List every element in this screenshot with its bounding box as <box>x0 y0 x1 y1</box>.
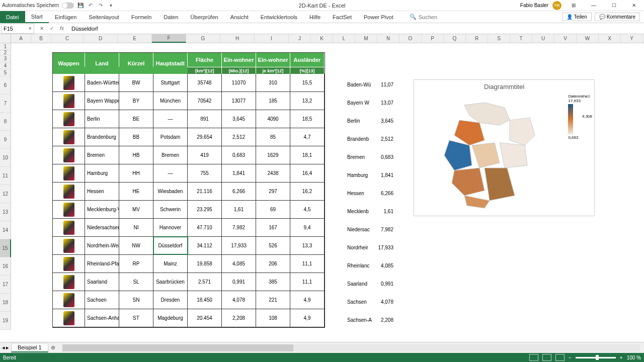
cell-land[interactable]: Sachsen-Anhalt <box>85 309 119 327</box>
cell-flaeche[interactable]: 23.295 <box>188 201 222 218</box>
cell-einwohner-km[interactable]: 4090 <box>256 110 290 128</box>
col-header-L[interactable]: L <box>333 34 355 43</box>
cell-land[interactable]: Mecklenburg-Vo <box>85 201 119 218</box>
autosave-toggle[interactable] <box>62 3 74 9</box>
zoom-slider[interactable] <box>576 357 616 358</box>
cell-land[interactable]: Bayern Wappen <box>85 92 119 110</box>
tab-developer[interactable]: Entwicklertools <box>255 11 303 23</box>
cell-land[interactable]: Hessen <box>85 183 119 200</box>
cell-kuerzel[interactable]: NW <box>119 237 153 254</box>
cell-einwohner-km[interactable]: 2438 <box>256 164 290 182</box>
row-header[interactable]: 3 <box>0 55 11 62</box>
cell-wappen[interactable] <box>53 219 85 236</box>
view-normal-icon[interactable] <box>529 354 538 361</box>
tab-formulas[interactable]: Formeln <box>125 11 157 23</box>
view-pagebreak-icon[interactable] <box>555 354 565 361</box>
cell-wappen[interactable] <box>53 309 85 327</box>
cell-einwohner-km[interactable]: 1629 <box>256 146 290 164</box>
tab-pagelayout[interactable]: Seitenlayout <box>83 11 125 23</box>
cell-wappen[interactable] <box>53 146 85 164</box>
cell-auslaender[interactable]: 11,1 <box>290 273 325 291</box>
cell-flaeche[interactable]: 18.450 <box>188 291 222 309</box>
sheet-nav-last-icon[interactable]: ▸ <box>6 344 9 351</box>
cell-wappen[interactable] <box>53 201 85 218</box>
col-header-X[interactable]: X <box>599 34 621 43</box>
cell-land[interactable]: Rheinland-Pfalz <box>85 255 119 273</box>
row-header[interactable]: 11 <box>0 167 11 185</box>
col-header-W[interactable]: W <box>577 34 599 43</box>
cell-flaeche[interactable]: 20.454 <box>188 309 222 327</box>
cell-auslaender[interactable]: 15,5 <box>290 74 325 92</box>
side-row[interactable]: Hessen6,266 <box>347 184 393 202</box>
view-pagelayout-icon[interactable] <box>542 354 551 361</box>
cell-wappen[interactable] <box>53 128 85 146</box>
cell-flaeche[interactable]: 35748 <box>188 74 222 92</box>
row-header[interactable]: 2 <box>0 50 11 55</box>
side-row[interactable]: Niedersac7,982 <box>347 220 393 238</box>
cell-wappen[interactable] <box>53 237 85 254</box>
cell-land[interactable]: Baden-Württem <box>85 74 119 92</box>
cell-einwohner-km[interactable]: 85 <box>256 128 290 146</box>
col-header-T[interactable]: T <box>510 34 532 43</box>
cell-kuerzel[interactable]: MV <box>119 201 153 218</box>
col-header-U[interactable]: U <box>532 34 554 43</box>
cell-einwohner-km[interactable]: 69 <box>256 201 290 218</box>
col-header-F[interactable]: F <box>152 34 186 43</box>
tab-view[interactable]: Ansicht <box>224 11 255 23</box>
cell-land[interactable]: Niedersachsen <box>85 219 119 236</box>
undo-icon[interactable]: ↶ <box>87 2 94 9</box>
row-header[interactable]: 9 <box>0 131 11 149</box>
cell-hauptstadt[interactable]: Stuttgart <box>153 74 188 92</box>
comments-button[interactable]: 💬Kommentare <box>595 13 640 21</box>
row-header[interactable]: 5 <box>0 69 11 76</box>
minimize-button[interactable]: — <box>586 1 602 11</box>
cell-hauptstadt[interactable]: Mainz <box>153 255 188 273</box>
cell-auslaender[interactable]: 13,2 <box>290 92 325 110</box>
col-header-O[interactable]: O <box>399 34 422 43</box>
user-name[interactable]: Fabio Basler <box>520 3 548 8</box>
side-row[interactable]: Bayern W13,07 <box>347 94 393 112</box>
cell-hauptstadt[interactable]: Saarbrücken <box>153 273 188 291</box>
row-header[interactable]: 14 <box>0 221 11 239</box>
cell-einwohner[interactable]: 7,982 <box>222 219 256 236</box>
cell-einwohner[interactable]: 1,841 <box>222 164 256 182</box>
side-row[interactable]: Sachsen-A2,208 <box>347 311 393 329</box>
search-box[interactable]: 🔍 Suchen <box>410 14 437 20</box>
cell-hauptstadt[interactable]: Schwerin <box>153 201 188 218</box>
select-all-corner[interactable] <box>0 34 11 43</box>
confirm-formula-icon[interactable]: ✓ <box>47 24 56 33</box>
cell-einwohner[interactable]: 4,078 <box>222 291 256 309</box>
cell-auslaender[interactable]: 9,4 <box>290 219 325 236</box>
cell-flaeche[interactable]: 891 <box>188 110 222 128</box>
cell-kuerzel[interactable]: NI <box>119 219 153 236</box>
cell-land[interactable]: Nordrhein-West <box>85 237 119 254</box>
row-header[interactable]: 17 <box>0 276 11 294</box>
cell-wappen[interactable] <box>53 110 85 128</box>
row-header[interactable]: 18 <box>0 294 11 312</box>
cell-wappen[interactable] <box>53 291 85 309</box>
cell-einwohner[interactable]: 4,085 <box>222 255 256 273</box>
zoom-out-icon[interactable]: − <box>569 355 572 360</box>
cell-einwohner-km[interactable]: 526 <box>256 237 290 254</box>
cell-flaeche[interactable]: 21.116 <box>188 183 222 200</box>
cell-einwohner[interactable]: 11070 <box>222 74 256 92</box>
side-row[interactable]: Hamburg1,841 <box>347 166 393 184</box>
cell-flaeche[interactable]: 755 <box>188 164 222 182</box>
cell-hauptstadt[interactable]: Wiesbaden <box>153 183 188 200</box>
cell-kuerzel[interactable]: HH <box>119 164 153 182</box>
cell-auslaender[interactable]: 16,4 <box>290 164 325 182</box>
col-header-N[interactable]: N <box>377 34 399 43</box>
close-button[interactable]: ✕ <box>626 1 642 11</box>
cell-auslaender[interactable]: 18,1 <box>290 146 325 164</box>
cell-hauptstadt[interactable]: Dresden <box>153 291 188 309</box>
tab-start[interactable]: Start <box>25 11 49 23</box>
col-header-C[interactable]: C <box>51 34 84 43</box>
cell-kuerzel[interactable]: BY <box>119 92 153 110</box>
tab-data[interactable]: Daten <box>157 11 184 23</box>
col-header-I[interactable]: I <box>255 34 289 43</box>
cell-auslaender[interactable]: 13,3 <box>290 237 325 254</box>
maximize-button[interactable]: ☐ <box>606 1 622 11</box>
cell-hauptstadt[interactable]: Hannover <box>153 219 188 236</box>
row-header[interactable]: 15 <box>0 239 11 257</box>
col-header-D[interactable]: D <box>84 34 118 43</box>
